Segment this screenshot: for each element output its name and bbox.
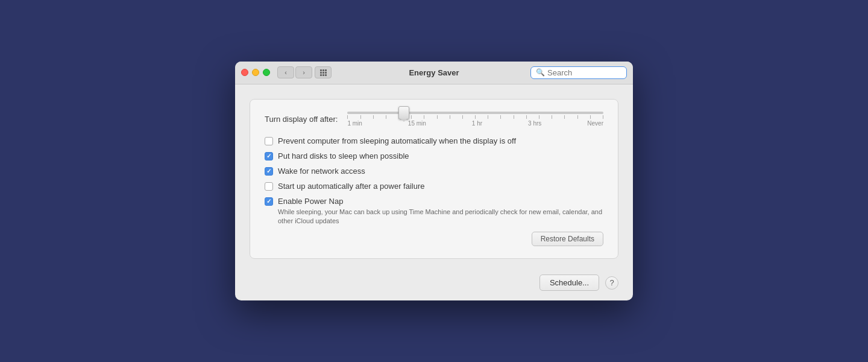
restore-defaults-button[interactable]: Restore Defaults: [532, 232, 603, 246]
checkbox-startup-power-failure-input[interactable]: [265, 182, 273, 191]
settings-panel: Turn display off after:: [250, 99, 618, 259]
tick-marks: [347, 115, 603, 119]
help-button[interactable]: ?: [605, 276, 618, 290]
checkboxes-group: Prevent computer from sleeping automatic…: [265, 136, 603, 226]
traffic-lights: [241, 69, 270, 76]
restore-defaults-row: Restore Defaults: [265, 232, 603, 246]
checkbox-power-nap-sublabel: While sleeping, your Mac can back up usi…: [278, 208, 603, 226]
forward-button[interactable]: ›: [295, 66, 312, 78]
nav-buttons: ‹ ›: [277, 66, 312, 78]
slider-container[interactable]: 1 min 15 min 1 hr 3 hrs Never: [347, 112, 603, 127]
checkbox-startup-power-failure: Start up automatically after a power fai…: [265, 182, 603, 191]
close-button[interactable]: [241, 69, 248, 76]
checkbox-startup-power-failure-label: Start up automatically after a power fai…: [278, 182, 425, 191]
checkbox-hard-disks-sleep: Put hard disks to sleep when possible: [265, 151, 603, 160]
checkbox-prevent-sleep-input[interactable]: [265, 137, 273, 145]
tick-labels: 1 min 15 min 1 hr 3 hrs Never: [347, 120, 603, 127]
tick-1hr: 1 hr: [472, 120, 482, 127]
slider-label: Turn display off after:: [265, 115, 338, 124]
content-area: Turn display off after:: [235, 84, 633, 269]
tick-never: Never: [587, 120, 603, 127]
tick-1min: 1 min: [347, 120, 362, 127]
checkbox-hard-disks-sleep-input[interactable]: [265, 152, 273, 160]
checkbox-power-nap: Enable Power Nap While sleeping, your Ma…: [265, 197, 603, 226]
grid-icon: [320, 69, 327, 76]
schedule-button[interactable]: Schedule...: [539, 275, 599, 291]
titlebar: ‹ › Energy Saver 🔍: [235, 62, 633, 84]
checkbox-hard-disks-sleep-label: Put hard disks to sleep when possible: [278, 151, 409, 160]
checkbox-power-nap-input[interactable]: [265, 197, 273, 206]
back-button[interactable]: ‹: [277, 66, 294, 78]
display-sleep-row: Turn display off after:: [265, 112, 603, 127]
search-icon: 🔍: [536, 68, 545, 77]
minimize-button[interactable]: [252, 69, 259, 76]
search-box[interactable]: 🔍: [530, 66, 627, 79]
search-input[interactable]: [547, 68, 621, 77]
slider-track: [347, 112, 603, 114]
footer: Schedule... ?: [235, 268, 633, 300]
checkbox-prevent-sleep-label: Prevent computer from sleeping automatic…: [278, 136, 516, 145]
energy-saver-window: ‹ › Energy Saver 🔍 Turn display off afte…: [235, 62, 633, 301]
tick-3hrs: 3 hrs: [528, 120, 541, 127]
checkbox-power-nap-label: Enable Power Nap: [278, 197, 603, 206]
power-nap-text-group: Enable Power Nap While sleeping, your Ma…: [278, 197, 603, 226]
checkbox-wake-network-label: Wake for network access: [278, 167, 365, 176]
window-title: Energy Saver: [409, 68, 459, 77]
tick-15min: 15 min: [408, 120, 426, 127]
checkbox-prevent-sleep: Prevent computer from sleeping automatic…: [265, 136, 603, 145]
checkbox-wake-network-input[interactable]: [265, 167, 273, 176]
grid-view-button[interactable]: [315, 66, 332, 78]
checkbox-wake-network: Wake for network access: [265, 167, 603, 176]
maximize-button[interactable]: [263, 69, 270, 76]
